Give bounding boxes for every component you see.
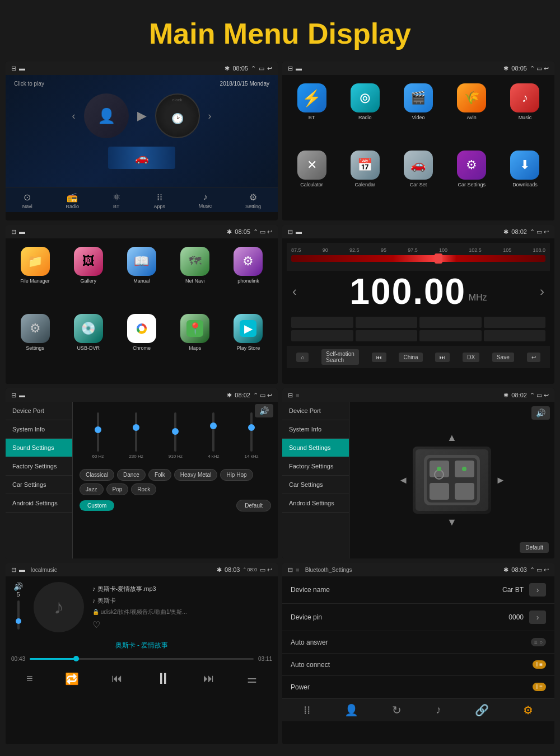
nav-bt[interactable]: ⚛ BT — [113, 192, 120, 209]
preset-3[interactable] — [419, 317, 482, 328]
bt-nav-link[interactable]: 🔗 — [475, 703, 489, 717]
app-radio[interactable]: ⊚ Radio — [341, 83, 389, 145]
equalizer-btn[interactable]: ⚌ — [247, 672, 257, 685]
menu-car-settings[interactable]: Car Settings — [6, 476, 72, 494]
app-calculator[interactable]: ✕ Calculator — [288, 151, 335, 212]
menu-android-settings-6[interactable]: Android Settings — [282, 494, 349, 513]
music-heart[interactable]: ♡ — [92, 619, 272, 630]
vol-track[interactable] — [17, 600, 20, 630]
menu-device-port[interactable]: Device Port — [6, 402, 72, 420]
eq-preset-heavymetal[interactable]: Heavy Metal — [174, 469, 218, 481]
eq-slider-track-230[interactable] — [135, 412, 137, 452]
nav-setting[interactable]: ⚙ Setting — [245, 192, 261, 209]
eq-preset-jazz[interactable]: Jazz — [80, 483, 104, 495]
eq-slider-track-910[interactable] — [174, 412, 176, 452]
progress-bar[interactable] — [30, 658, 254, 660]
eq-slider-track-4k[interactable] — [212, 412, 214, 452]
prev-btn[interactable]: ⏮ — [111, 672, 123, 685]
next-station-btn[interactable]: ⏭ — [435, 353, 450, 362]
eq-slider-track-14k[interactable] — [250, 412, 253, 452]
play-btn-center[interactable]: ▶ — [137, 109, 147, 123]
app-manual[interactable]: 📖 Manual — [118, 247, 165, 308]
default-btn-car[interactable]: Default — [520, 542, 549, 553]
arrow-right-car[interactable]: ► — [496, 475, 506, 486]
app-carset[interactable]: 🚗 Car Set — [394, 151, 442, 212]
bt-arrow-pin[interactable]: › — [529, 611, 546, 624]
prev-station-btn[interactable]: ⏮ — [372, 353, 386, 362]
eq-preset-hiphop[interactable]: Hip Hop — [220, 469, 253, 481]
bt-nav-grid[interactable]: ⁞⁞ — [304, 703, 310, 717]
preset-6[interactable] — [356, 330, 418, 341]
custom-btn[interactable]: Custom — [80, 500, 114, 511]
menu-car-settings-6[interactable]: Car Settings — [282, 476, 349, 494]
self-motion-btn[interactable]: Self-motionSearch — [321, 349, 359, 365]
app-usbdvr[interactable]: 💿 USB-DVR — [64, 314, 112, 375]
preset-4[interactable] — [484, 317, 546, 328]
preset-5[interactable] — [291, 330, 353, 341]
menu-system-info[interactable]: System Info — [6, 420, 72, 439]
toggle-power[interactable]: I ≡ — [533, 683, 546, 691]
app-calendar[interactable]: 📅 Calendar — [341, 151, 389, 212]
app-video[interactable]: 🎬 Video — [394, 83, 442, 145]
volume-control[interactable]: 🔊 5 — [11, 582, 25, 632]
menu-system-info-6[interactable]: System Info — [282, 420, 349, 439]
nav-apps[interactable]: ⁞⁞ Apps — [154, 192, 166, 209]
freq-thumb[interactable] — [435, 253, 442, 264]
pause-btn[interactable]: ⏸ — [155, 669, 171, 688]
nav-radio[interactable]: 📻 Radio — [66, 192, 80, 209]
menu-sound-settings-6[interactable]: Sound Settings — [282, 439, 349, 457]
eq-slider-track-60[interactable] — [97, 412, 99, 452]
app-playstore[interactable]: ▶ Play Store — [225, 314, 272, 375]
default-btn-eq[interactable]: Default — [236, 500, 271, 511]
eq-preset-classical[interactable]: Classical — [80, 469, 114, 481]
freq-up-arrow[interactable]: › — [540, 284, 544, 299]
next-arrow[interactable]: › — [208, 110, 212, 122]
music-title-link[interactable]: 奥斯卡 - 爱情故事 — [6, 638, 278, 653]
app-filemgr[interactable]: 📁 File Manager — [11, 247, 59, 308]
menu-android-settings[interactable]: Android Settings — [6, 494, 72, 513]
arrow-down-car[interactable]: ▼ — [447, 516, 457, 528]
repeat-btn[interactable]: 🔁 — [65, 672, 79, 685]
app-netnavi[interactable]: 🗺 Net Navi — [171, 247, 219, 308]
eq-preset-pop[interactable]: Pop — [106, 483, 129, 495]
app-avin[interactable]: 🌾 Avin — [448, 83, 496, 145]
menu-factory-settings[interactable]: Factory Settings — [6, 457, 72, 476]
menu-factory-settings-6[interactable]: Factory Settings — [282, 457, 349, 476]
bt-arrow-devicename[interactable]: › — [529, 583, 546, 597]
preset-1[interactable] — [291, 317, 353, 328]
freq-slider-track[interactable] — [291, 255, 545, 262]
eq-preset-rock[interactable]: Rock — [131, 483, 156, 495]
click-to-play[interactable]: Click to play — [14, 81, 44, 87]
speaker-btn-6[interactable]: 🔊 — [531, 406, 550, 420]
eq-preset-dance[interactable]: Dance — [117, 469, 146, 481]
app-carsettings[interactable]: ⚙ Car Settings — [448, 151, 496, 212]
bt-nav-contacts[interactable]: 👤 — [344, 703, 358, 717]
menu-sound-settings[interactable]: Sound Settings — [6, 439, 72, 457]
menu-device-port-6[interactable]: Device Port — [282, 402, 349, 420]
app-gallery[interactable]: 🖼 Gallery — [64, 247, 112, 308]
toggle-autoconnect[interactable]: I ≡ — [533, 660, 546, 669]
bt-nav-music[interactable]: ♪ — [436, 703, 441, 717]
prev-arrow[interactable]: ‹ — [72, 110, 76, 122]
preset-7[interactable] — [419, 330, 482, 341]
nav-navi[interactable]: ⊙ Navi — [22, 192, 32, 209]
home-btn-radio[interactable]: ⌂ — [296, 353, 309, 362]
app-maps[interactable]: 📍 Maps — [171, 314, 219, 375]
app-settings[interactable]: ⚙ Settings — [11, 314, 59, 375]
china-btn[interactable]: China — [399, 353, 422, 362]
app-music[interactable]: ♪ Music — [501, 83, 549, 145]
bt-nav-dialpad[interactable]: ↻ — [392, 703, 402, 717]
toggle-autoanswer[interactable]: ≡ ○ — [531, 638, 546, 646]
back-btn-radio[interactable]: ↩ — [527, 353, 540, 362]
app-phonelink[interactable]: ⚙ phonelink — [225, 247, 272, 308]
arrow-up-car[interactable]: ▲ — [447, 432, 457, 444]
freq-down-arrow[interactable]: ‹ — [292, 284, 297, 299]
next-btn[interactable]: ⏭ — [203, 672, 214, 685]
save-btn-radio[interactable]: Save — [492, 353, 514, 362]
arrow-left-car[interactable]: ◄ — [398, 475, 408, 486]
app-bt[interactable]: ⚡ BT — [288, 83, 335, 145]
eq-preset-folk[interactable]: Folk — [148, 469, 171, 481]
app-downloads[interactable]: ⬇ Downloads — [501, 151, 549, 212]
preset-2[interactable] — [356, 317, 418, 328]
playlist-btn[interactable]: ≡ — [26, 672, 33, 685]
